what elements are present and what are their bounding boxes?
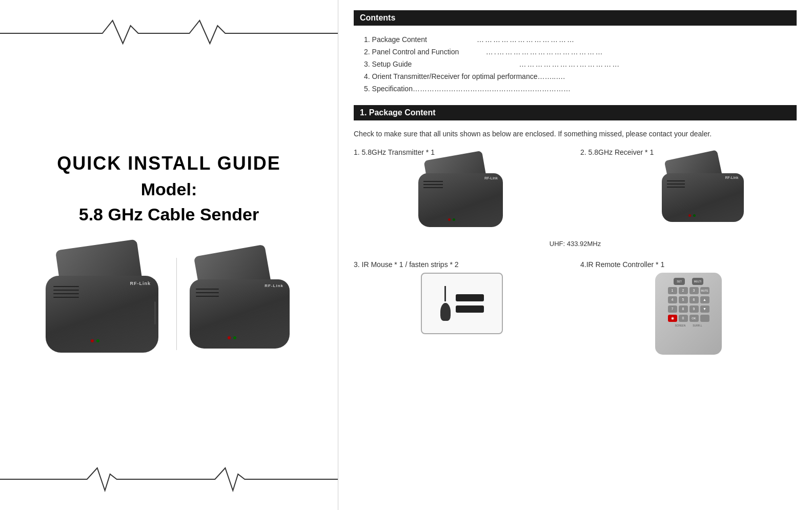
remote-btn-multi: MULTI	[692, 278, 703, 285]
remote-btn-9: 9	[689, 305, 699, 313]
left-panel: QUICK INSTALL GUIDE Model: 5.8 GHz Cable…	[0, 0, 338, 510]
item-mouse: 3. IR Mouse * 1 / fasten strips * 2	[354, 260, 570, 355]
remote-btn-up: ▲	[700, 296, 709, 303]
remote-extra-row: SCREEN SURR.L	[675, 324, 702, 327]
remote-top-row: SET MULTI	[674, 278, 703, 285]
remote-btn-power: ◉	[668, 315, 677, 322]
package-section: Check to make sure that all units shown …	[354, 128, 797, 355]
ekg-top-line	[0, 15, 338, 46]
remote-btn-3: 3	[689, 287, 699, 294]
mouse-image	[421, 273, 503, 334]
remote-btn-1: 1	[668, 287, 677, 294]
item-remote: 4.IR Remote Controller * 1 SET MULTI 1 2…	[580, 260, 797, 355]
device-divider	[176, 258, 177, 350]
item-receiver: 2. 5.8GHz Receiver * 1 RF-Link	[580, 148, 797, 227]
remote-bottom-row: ◉ 0 OK	[668, 315, 709, 322]
ekg-bottom-line	[0, 464, 338, 495]
devices-image: RF-Link RF-Link	[46, 250, 292, 358]
title-area: QUICK INSTALL GUIDE Model: 5.8 GHz Cable…	[57, 153, 281, 225]
list-item: 3. Setup Guide ………………….……………	[364, 58, 786, 70]
list-item: 2. Panel Control and Function ….………………………	[364, 46, 786, 58]
remote-row-2: 4 5 6 ▲	[668, 296, 709, 303]
right-panel: Contents 1. Package Content …………………………………	[338, 0, 812, 510]
uhf-label: UHF: 433.92MHz	[354, 240, 797, 248]
remote-btn-set: SET	[674, 278, 685, 285]
remote-btn-5: 5	[679, 296, 688, 303]
list-item: 5. Specification…………………………………………………………	[364, 83, 786, 95]
contents-header: Contents	[354, 10, 797, 26]
remote-btn-ok: OK	[689, 315, 699, 322]
remote-btn-2: 2	[679, 287, 688, 294]
items-grid: 1. 5.8GHz Transmitter * 1 RF-Link	[354, 148, 797, 355]
package-description: Check to make sure that all units shown …	[354, 128, 797, 140]
device-transmitter-image: RF-Link	[46, 250, 164, 358]
item-transmitter: 1. 5.8GHz Transmitter * 1 RF-Link	[354, 148, 570, 227]
fasten-strips	[456, 294, 484, 313]
mouse-sensor-wrap	[440, 286, 451, 321]
package-content-header: 1. Package Content	[354, 105, 797, 120]
device-receiver-image: RF-Link	[190, 256, 292, 351]
contents-list: 1. Package Content ……………………………… 2. Panel…	[354, 33, 797, 95]
remote-btn-6: 6	[689, 296, 699, 303]
title-product: 5.8 GHz Cable Sender	[57, 205, 281, 225]
list-item: 4. Orient Transmitter/Receiver for optim…	[364, 70, 786, 83]
item-receiver-label: 2. 5.8GHz Receiver * 1	[580, 148, 797, 156]
mouse-contents	[440, 286, 484, 321]
remote-btn-blank	[700, 315, 709, 322]
remote-row-3: 7 8 9 ▼	[668, 305, 709, 313]
title-model-label: Model:	[57, 179, 281, 199]
remote-btn-4: 4	[668, 296, 677, 303]
title-main: QUICK INSTALL GUIDE	[57, 153, 281, 174]
receiver-image: RF-Link	[662, 160, 746, 222]
remote-row-1: 1 2 3 MUTE	[668, 287, 709, 294]
remote-btn-mute: MUTE	[700, 287, 709, 294]
remote-image: SET MULTI 1 2 3 MUTE 4 5 6	[655, 273, 722, 355]
remote-btn-8: 8	[679, 305, 688, 313]
remote-btn-7: 7	[668, 305, 677, 313]
remote-btn-down: ▼	[700, 305, 709, 313]
item-remote-label: 4.IR Remote Controller * 1	[580, 260, 797, 269]
list-item: 1. Package Content ………………………………	[364, 33, 786, 46]
item-mouse-label: 3. IR Mouse * 1 / fasten strips * 2	[354, 260, 570, 269]
transmitter-image: RF-Link	[418, 160, 505, 227]
remote-btn-0: 0	[679, 315, 688, 322]
